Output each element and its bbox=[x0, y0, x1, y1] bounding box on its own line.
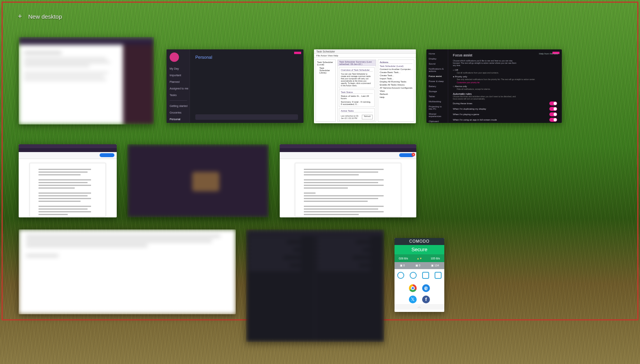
window-thumb-task-scheduler[interactable]: Task Scheduler Task Scheduler File Actio… bbox=[314, 49, 416, 123]
comodo-tool-icon bbox=[422, 272, 429, 279]
ts-last-refreshed: Last refreshed at 03-Jan-22 1:32:16 PM bbox=[341, 115, 362, 119]
ts-action-item: Enable All Tasks History bbox=[380, 84, 412, 86]
ts-overview-text: You can use Task Scheduler to create and… bbox=[341, 73, 373, 87]
ts-status-line: Status of tasks th... Last 24 hours bbox=[341, 95, 373, 100]
ts-action-item: Import Task... bbox=[380, 77, 412, 80]
todo-list-title: Personal bbox=[195, 55, 212, 60]
comodo-social-row: 𝕏 f bbox=[395, 295, 444, 304]
settings-sidebar-item: Focus assist bbox=[429, 75, 445, 77]
ts-section-hdr: Overview of Task Scheduler bbox=[341, 69, 373, 72]
window-thumb-blurred-4[interactable] bbox=[246, 229, 384, 342]
settings-sidebar-item: Multitasking bbox=[429, 100, 445, 103]
comodo-counter: 0 bbox=[419, 264, 421, 267]
ts-action-item: Create Task... bbox=[380, 74, 412, 77]
window-thumb-settings[interactable]: Settings Home Display Sound Notification… bbox=[426, 49, 562, 123]
comodo-brand: COMODO bbox=[395, 238, 444, 245]
todo-sidebar-item: My Day bbox=[170, 67, 187, 70]
ts-summary-title: Task Scheduler Summary (Last refreshed: … bbox=[338, 60, 376, 66]
ie-icon bbox=[422, 284, 430, 292]
ts-action-item: Help bbox=[380, 96, 412, 98]
todo-add-task-input bbox=[195, 114, 298, 120]
settings-blurb: Choose which notifications you'd like to… bbox=[453, 60, 520, 66]
comodo-tool-icon bbox=[435, 272, 442, 279]
todo-sidebar-item: Personal bbox=[170, 118, 187, 121]
comodo-tool-icon bbox=[410, 272, 417, 279]
toggle-icon bbox=[549, 107, 557, 111]
settings-option-alarms-desc: Hide all notifications, except for alarm… bbox=[457, 88, 557, 90]
twitter-icon: 𝕏 bbox=[409, 296, 417, 303]
todo-sidebar: My Day Important Planned Assigned to me … bbox=[167, 49, 190, 123]
settings-customize-link: Customize your priority list bbox=[457, 81, 557, 84]
window-thumb-chrome-untitled-doc[interactable]: Untitled document - Googl... bbox=[19, 144, 117, 217]
todo-sidebar-item: Planned bbox=[170, 80, 187, 83]
settings-sidebar-item: Storage bbox=[429, 90, 445, 93]
ts-tree-root: Task Scheduler (Local) bbox=[317, 61, 334, 66]
settings-sidebar-item: Clipboard bbox=[429, 120, 445, 122]
todo-sidebar-item: Tasks bbox=[170, 94, 187, 96]
ts-action-item: Refresh bbox=[380, 93, 412, 95]
comodo-tool-icons-row bbox=[395, 269, 444, 282]
close-icon: × bbox=[412, 153, 415, 156]
comodo-counter: 0 bbox=[403, 264, 405, 267]
ts-actions-pane: Actions Task Scheduler (Local) Connect t… bbox=[378, 60, 414, 122]
comodo-apps-row bbox=[395, 282, 444, 295]
settings-main: Help from the web Focus assist Choose wh… bbox=[448, 49, 562, 123]
toggle-icon bbox=[549, 118, 557, 122]
window-thumb-blurred-1[interactable] bbox=[19, 37, 154, 124]
ts-section-hdr: Task Status bbox=[341, 91, 373, 94]
settings-rules-hdr: Automatic rules bbox=[453, 93, 557, 95]
window-thumb-microsoft-todo[interactable]: Microsoft To Do My Day Important Planned… bbox=[167, 49, 303, 123]
comodo-speed-row: 028 B/s ▲▼ 105 B/s bbox=[395, 254, 444, 262]
settings-rule-label: When I'm playing a game bbox=[453, 113, 479, 116]
settings-help-link: Help from the web bbox=[539, 52, 558, 55]
settings-sidebar-item: Notifications & actions bbox=[429, 68, 445, 72]
settings-rule-label: When I'm duplicating my display bbox=[453, 108, 486, 110]
avatar bbox=[170, 52, 179, 62]
ts-action-item: Connect to Another Computer... bbox=[380, 68, 412, 70]
window-thumb-blurred-3[interactable] bbox=[19, 229, 236, 314]
settings-sidebar-item: Home bbox=[429, 52, 445, 55]
ts-action-item: AT Service Account Configuration bbox=[380, 87, 412, 89]
window-thumb-chrome-windows-shortcuts[interactable]: Windows Shortcuts - Google Docs - Google… bbox=[280, 144, 416, 217]
todo-sidebar-item: Important bbox=[170, 74, 187, 77]
ts-action-item: Create Basic Task... bbox=[380, 71, 412, 74]
settings-sidebar-item: Projecting to this PC bbox=[429, 105, 445, 110]
settings-rule-label: When I'm using an app in full screen mod… bbox=[453, 119, 497, 121]
settings-option-priority: Priority only bbox=[455, 75, 467, 78]
settings-sidebar-item: Sound bbox=[429, 63, 445, 65]
settings-sidebar-item: Power & sleep bbox=[429, 80, 445, 82]
ts-window-title: Task Scheduler bbox=[314, 49, 416, 54]
comodo-counter-row: ▣ 0 ▣ 0 ▣ 134 bbox=[395, 262, 444, 269]
ts-center-panel: Task Scheduler Summary (Last refreshed: … bbox=[337, 60, 376, 122]
window-thumb-blurred-2[interactable] bbox=[127, 144, 269, 217]
settings-rules-sub: Choose the times and activities when you… bbox=[453, 95, 520, 100]
ts-menubar: File Action View Help bbox=[314, 54, 416, 58]
todo-sidebar-item: Groceries bbox=[170, 111, 187, 114]
ts-tree-child: Task Scheduler Library bbox=[319, 67, 334, 74]
settings-sidebar-item: Display bbox=[429, 58, 445, 60]
window-thumb-comodo[interactable]: COMODO F COMODO Secure 028 B/s ▲▼ 105 B/… bbox=[395, 238, 444, 312]
ts-refresh-button: Refresh bbox=[362, 115, 373, 119]
settings-sidebar-item: Shared experiences bbox=[429, 113, 445, 117]
toggle-icon bbox=[549, 102, 557, 105]
settings-rule-label: During these times bbox=[453, 102, 472, 105]
comodo-expand-chevron: ︿ bbox=[395, 304, 444, 310]
comodo-counter: 134 bbox=[435, 264, 439, 267]
settings-option-off: Off bbox=[455, 69, 458, 71]
chrome-icon bbox=[409, 284, 417, 292]
ts-tree: Task Scheduler (Local) Task Scheduler Li… bbox=[316, 60, 336, 122]
task-view-container: Microsoft To Do My Day Important Planned… bbox=[0, 0, 640, 364]
settings-sidebar: Home Display Sound Notifications & actio… bbox=[426, 49, 448, 123]
settings-option-priority-desc: See only selected notifications from the… bbox=[457, 78, 557, 80]
comodo-download-speed: 105 B/s bbox=[431, 257, 440, 260]
comodo-status: Secure bbox=[395, 245, 444, 254]
ts-actions-hdr: Actions bbox=[380, 61, 412, 64]
todo-sidebar-item: Assigned to me bbox=[170, 87, 187, 90]
ts-action-item: Display All Running Tasks bbox=[380, 80, 412, 83]
gdocs-share-button bbox=[100, 153, 114, 157]
settings-sidebar-item: Battery bbox=[429, 85, 445, 88]
facebook-icon: f bbox=[422, 296, 430, 303]
settings-option-off-desc: Get all notifications from your apps and… bbox=[457, 72, 557, 74]
comodo-upload-speed: 028 B/s bbox=[399, 257, 408, 260]
todo-sidebar-item: Getting started bbox=[170, 105, 187, 107]
